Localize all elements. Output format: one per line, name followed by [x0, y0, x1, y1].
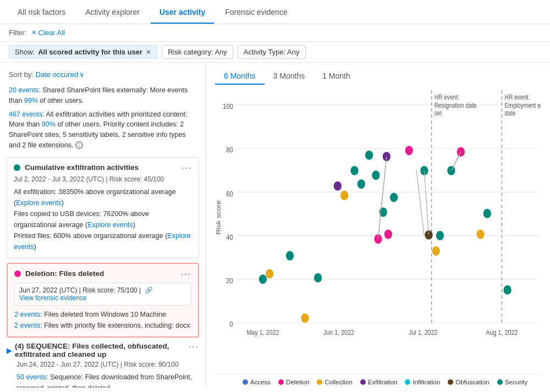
alert-2-prefix[interactable]: 467 events:	[9, 111, 45, 118]
explore-events-1b[interactable]: Explore events	[87, 221, 133, 229]
card-1-body: All exfiltration: 38350% above organizat…	[14, 186, 192, 252]
y-label-60: 60	[226, 190, 233, 198]
dot-10[interactable]	[365, 151, 373, 160]
dot-2[interactable]	[266, 269, 273, 278]
x-label-aug: Aug 1, 2022	[486, 328, 518, 336]
risk-category-chip[interactable]: Risk category: Any	[162, 45, 233, 59]
hr-label-2c: date	[505, 109, 516, 117]
main-layout: Sort by: Date occured ∨ 20 events: Share…	[0, 63, 550, 388]
y-label-40: 40	[226, 233, 233, 241]
filter-pills: Show: All scored activity for this user …	[0, 42, 550, 63]
card-1-dot	[14, 164, 20, 171]
legend-security-label: Security	[505, 379, 528, 385]
activity-type-label: Activity Type:	[244, 48, 285, 56]
legend-obfuscation-dot	[448, 379, 453, 385]
line-1	[378, 157, 387, 239]
connector-2	[416, 170, 424, 235]
line-3	[451, 152, 460, 170]
show-pill-close[interactable]: ✕	[146, 48, 151, 56]
x-label-jun: Jun 1, 2022	[323, 328, 354, 336]
seq-events-1[interactable]: 50 events:	[16, 373, 48, 381]
dot-11[interactable]	[372, 170, 380, 180]
sequence-menu[interactable]: ···	[189, 342, 199, 352]
tab-forensic-evidence[interactable]: Forensic evidence	[216, 1, 296, 23]
tab-activity-explorer[interactable]: Activity explorer	[76, 1, 148, 23]
dot-3[interactable]	[286, 251, 294, 261]
risk-category-label: Risk category:	[168, 48, 213, 56]
legend-deletion-dot	[278, 379, 284, 385]
tab-1-month[interactable]: 1 Month	[314, 68, 359, 85]
hr-label-2a: HR event:	[505, 93, 530, 101]
dot-14[interactable]	[390, 193, 398, 202]
filter-bar: Filter: ✕ Clear All	[0, 24, 550, 42]
card-2-events-1-link: 2 events:	[14, 311, 42, 318]
card-1-menu[interactable]: ···	[182, 163, 192, 173]
legend-access-label: Access	[250, 379, 271, 385]
x-label-may: May 1, 2022	[246, 328, 279, 336]
y-axis-label: Risk score	[215, 200, 222, 235]
alert-block: 20 events: Shared SharePoint files exter…	[0, 81, 206, 153]
time-tabs: 6 Months 3 Months 1 Month	[215, 68, 541, 85]
forensic-icon: 🔗	[145, 286, 153, 294]
tab-all-risk[interactable]: All risk factors	[9, 1, 74, 23]
explore-events-1c[interactable]: Explore events	[14, 232, 191, 251]
left-panel: Sort by: Date occured ∨ 20 events: Share…	[0, 63, 206, 388]
dot-17[interactable]	[405, 146, 413, 155]
y-label-20: 20	[226, 277, 233, 285]
dot-4[interactable]	[301, 313, 309, 323]
tab-3-months[interactable]: 3 Months	[265, 68, 314, 85]
alert-1-prefix[interactable]: 20 events:	[9, 86, 41, 94]
sequence-body: Jun 24, 2022 - Jun 27, 2022 (UTC) | Risk…	[7, 358, 199, 388]
dot-20[interactable]	[432, 246, 440, 256]
dot-24[interactable]	[476, 230, 484, 239]
card-cumulative-exfiltration: Cumulative exfiltration activities ··· J…	[7, 157, 199, 258]
activity-type-chip[interactable]: Activity Type: Any	[238, 45, 306, 59]
legend-deletion-label: Deletion	[286, 379, 309, 385]
legend-exfiltration-label: Exfiltration	[368, 379, 398, 385]
explore-events-1a[interactable]: Explore events	[16, 199, 62, 207]
legend-exfiltration-dot	[360, 379, 366, 385]
sequence-title: ▶ (4) SEQUENCE: Files collected, obfusca…	[7, 342, 189, 358]
dot-21[interactable]	[436, 231, 444, 240]
legend-infiltration: Infiltration	[405, 379, 440, 385]
dot-8[interactable]	[350, 166, 358, 175]
info-icon: ⓘ	[75, 141, 83, 149]
dot-25[interactable]	[483, 209, 491, 218]
hr-label-1a: HR event:	[435, 93, 459, 101]
dot-9[interactable]	[358, 179, 365, 189]
dot-6[interactable]	[334, 181, 342, 191]
sort-bar: Sort by: Date occured ∨	[0, 67, 206, 81]
legend-access: Access	[243, 379, 271, 385]
dot-1[interactable]	[259, 274, 267, 284]
legend-collection-label: Collection	[324, 379, 353, 385]
y-label-0: 0	[229, 320, 233, 328]
dot-26[interactable]	[503, 285, 511, 295]
card-2-title: Deletion: Files deleted	[14, 269, 181, 278]
tab-user-activity[interactable]: User activity	[151, 1, 214, 23]
legend-security: Security	[497, 379, 528, 385]
dot-5[interactable]	[314, 273, 322, 283]
legend-access-dot	[243, 379, 248, 385]
card-1-title: Cumulative exfiltration activities	[14, 163, 182, 172]
top-nav: All risk factors Activity explorer User …	[0, 0, 550, 24]
clear-all-button[interactable]: ✕ Clear All	[31, 29, 65, 37]
sequence-header[interactable]: ▶ (4) SEQUENCE: Files collected, obfusca…	[7, 342, 199, 358]
x-label-jul: Jul 1, 2022	[409, 328, 437, 336]
scatter-chart: 100 80 60 40 20 0 Risk score HR	[215, 90, 541, 372]
dot-7[interactable]	[340, 191, 348, 200]
right-panel: 6 Months 3 Months 1 Month 100 80 60 40 2…	[206, 63, 550, 388]
tab-6-months[interactable]: 6 Months	[215, 68, 265, 85]
view-forensic-evidence-link[interactable]: View forensic evidence	[19, 294, 87, 302]
hr-label-1c: set	[435, 109, 442, 117]
sort-chevron-icon: ∨	[79, 70, 85, 79]
show-label: Show:	[15, 48, 35, 56]
forensic-meta: Jun 27, 2022 (UTC) | Risk score: 75/100 …	[19, 286, 141, 294]
card-2-events-2-link: 2 events:	[14, 322, 42, 329]
card-2-menu[interactable]: ···	[181, 269, 191, 279]
sort-dropdown[interactable]: Date occured ∨	[36, 70, 85, 79]
filter-label: Filter:	[9, 29, 27, 37]
legend-obfuscation-label: Obfuscation	[455, 379, 489, 385]
hr-label-2b: Employment end	[505, 102, 541, 109]
sequence-card: ▶ (4) SEQUENCE: Files collected, obfusca…	[7, 342, 199, 388]
dot-13[interactable]	[384, 230, 392, 239]
